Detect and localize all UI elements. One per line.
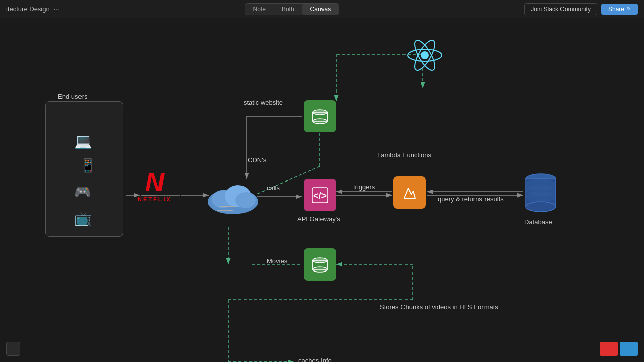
lambda-functions-label: Lambda Functions [377, 151, 431, 159]
calls-label: calls [267, 184, 280, 192]
s3-static-website-box [304, 100, 336, 132]
tab-both[interactable]: Both [274, 4, 302, 15]
netflix-n-icon: N [138, 169, 172, 195]
lambda-box [393, 176, 426, 209]
database-icon [523, 171, 558, 217]
netflix-text: NETFLIX [138, 196, 172, 202]
caches-info-label: caches info [298, 357, 332, 362]
s3-movies-box [304, 248, 336, 281]
topbar-right: Join Slack Community Share ✎ [524, 3, 638, 15]
svg-point-52 [313, 267, 327, 272]
svg-point-33 [313, 119, 327, 124]
more-icon[interactable]: ··· [54, 5, 59, 13]
s3-bucket-icon [311, 107, 329, 125]
api-gateway-icon: </> [310, 186, 330, 205]
device-phone-icon: 📱 [79, 158, 96, 173]
blue-swatch[interactable] [620, 342, 638, 356]
movies-label: Movies [267, 257, 287, 265]
tab-canvas[interactable]: Canvas [302, 4, 339, 15]
svg-point-42 [526, 202, 556, 212]
svg-text:</>: </> [313, 191, 327, 201]
svg-point-28 [235, 192, 256, 208]
api-gateway-box: </> [304, 179, 336, 211]
database-label: Database [524, 218, 552, 226]
query-returns-label: query & returns results [438, 194, 504, 204]
end-users-label: End users [58, 93, 88, 100]
netflix-logo: N NETFLIX [138, 169, 172, 202]
red-swatch[interactable] [600, 342, 618, 356]
share-button[interactable]: Share ✎ [601, 4, 638, 15]
stores-chunks-label: Stores Chunks of videos in HLS Formats [380, 302, 498, 313]
fullscreen-icon: ⛶ [10, 345, 16, 352]
api-gateway-label: API Gateway's [297, 215, 340, 223]
s3-movies-bucket-icon [311, 255, 329, 274]
app-title: itecture Design [6, 5, 50, 13]
cdns-label: CDN's [248, 156, 266, 164]
triggers-label: triggers [353, 183, 375, 191]
fullscreen-button[interactable]: ⛶ [6, 342, 20, 356]
share-label: Share [608, 6, 624, 13]
tab-note[interactable]: Note [245, 4, 274, 15]
lambda-icon [400, 183, 419, 202]
svg-point-46 [421, 51, 429, 59]
device-tv-icon: 📺 [74, 210, 92, 227]
join-slack-button[interactable]: Join Slack Community [524, 3, 597, 15]
static-website-label: static website [244, 99, 283, 106]
canvas-area[interactable]: End users 💻 📱 🎮 📺 N NETFLIX CDN's calls … [0, 18, 644, 362]
svg-marker-38 [404, 188, 415, 198]
topbar-left: itecture Design ··· [6, 5, 59, 13]
topbar: itecture Design ··· Note Both Canvas Joi… [0, 0, 644, 18]
color-swatches [600, 342, 638, 356]
cloud-icon [205, 174, 261, 214]
react-icon [407, 37, 443, 73]
share-icon: ✎ [626, 6, 631, 12]
device-laptop-icon: 💻 [74, 133, 92, 149]
svg-point-45 [526, 192, 556, 202]
tab-group: Note Both Canvas [245, 3, 340, 15]
device-gamepad-icon: 🎮 [74, 184, 91, 200]
